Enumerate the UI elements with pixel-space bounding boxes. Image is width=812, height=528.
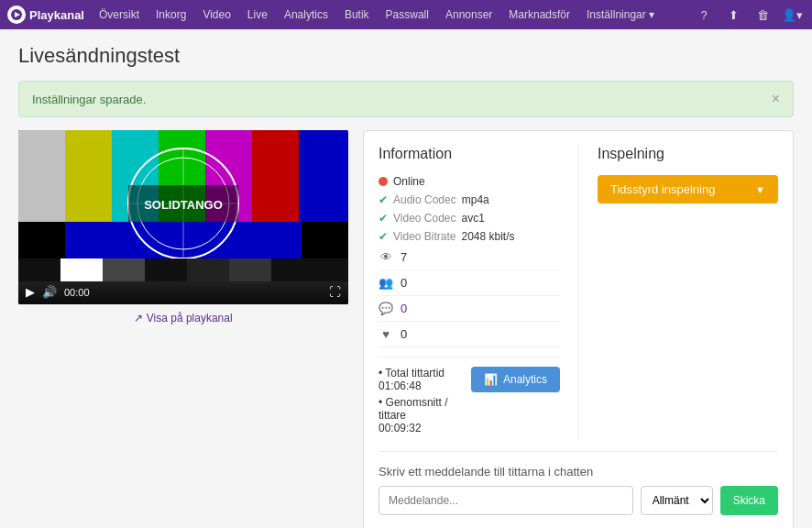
followers-count: 0 [401,276,407,290]
upload-icon[interactable]: ⬆ [720,2,746,28]
viewers-row: 👁 7 [379,250,560,270]
logo-icon [7,6,26,24]
video-player: SOLIDTANGO ▶ 🔊 00:00 ⛶ [18,130,348,304]
svg-rect-23 [103,258,145,281]
nav-item-passwall[interactable]: Passwall [379,0,436,29]
brand-name: Playkanal [29,8,84,22]
video-codec-label: Video Codec [393,212,456,225]
svg-rect-9 [299,130,348,222]
view-on-playkanal-link[interactable]: ↗ Visa på playkanal [134,312,232,324]
analytics-button[interactable]: 📊 Analytics [471,367,560,392]
svg-rect-3 [18,130,65,222]
page-content: Livesändningstest Inställningar sparade.… [0,29,812,528]
comments-link[interactable]: 0 [401,302,407,315]
fullscreen-button[interactable]: ⛶ [329,285,341,299]
recording-dropdown-arrow: ▼ [755,184,765,195]
info-column: Information Online ✔ Audio Codec mp4a ✔ … [363,130,794,528]
volume-button[interactable]: 🔊 [42,285,57,299]
nav-item-installningar[interactable]: Inställningar ▾ [579,0,662,29]
nav-item-marknadsfr[interactable]: Marknadsför [501,0,577,29]
chat-message-input[interactable] [379,486,633,515]
followers-icon: 👥 [379,276,393,290]
success-alert: Inställningar sparade. × [18,81,794,117]
video-codec-row: ✔ Video Codec avc1 [379,212,560,225]
total-watch-value: 01:06:48 [379,380,422,392]
chart-icon: 📊 [484,373,498,386]
online-status-label: Online [393,175,425,188]
main-grid: SOLIDTANGO ▶ 🔊 00:00 ⛶ [18,130,794,528]
svg-rect-4 [65,130,112,222]
information-section: Information Online ✔ Audio Codec mp4a ✔ … [379,146,578,438]
svg-text:SOLIDTANGO: SOLIDTANGO [144,198,223,212]
bitrate-label: Video Bitrate [393,230,456,243]
svg-rect-24 [145,258,187,281]
information-title: Information [379,146,560,162]
audio-codec-check-icon: ✔ [379,193,388,206]
help-icon[interactable]: ? [691,2,717,28]
external-link-icon: ↗ [134,312,146,324]
nav-item-oversikt[interactable]: Översikt [92,0,147,29]
chevron-down-icon: ▾ [649,8,654,21]
user-menu-icon[interactable]: 👤▾ [779,2,805,28]
svg-rect-26 [229,258,271,281]
video-time: 00:00 [64,287,90,298]
info-grid: Information Online ✔ Audio Codec mp4a ✔ … [379,146,778,438]
likes-row: ♥ 0 [379,327,560,347]
video-codec-check-icon: ✔ [379,212,388,225]
nav-item-analytics[interactable]: Analytics [277,0,335,29]
bitrate-value: 2048 kbit/s [462,230,515,243]
brand-logo[interactable]: Playkanal [7,6,84,24]
total-watch-label: Total tittartid [385,367,444,380]
svg-rect-8 [252,130,299,222]
svg-rect-25 [187,258,229,281]
recording-title: Inspelning [598,146,778,162]
svg-rect-13 [302,222,348,258]
page-title: Livesändningstest [18,44,794,68]
video-column: SOLIDTANGO ▶ 🔊 00:00 ⛶ [18,130,348,528]
totals-text: • Total tittartid 01:06:48 • Genomsnitt … [379,367,456,438]
nav-item-annonser[interactable]: Annonser [438,0,499,29]
viewers-count: 7 [401,250,407,264]
svg-rect-22 [60,258,103,281]
chat-row: Allmänt Privat Skicka [379,486,778,515]
nav-item-video[interactable]: Video [195,0,237,29]
nav-item-butik[interactable]: Butik [337,0,377,29]
timed-recording-button[interactable]: Tidsstyrd inspelning ▼ [598,175,778,204]
comments-icon: 💬 [379,302,393,315]
total-watch-line: • Total tittartid 01:06:48 [379,367,456,392]
top-navigation: Playkanal Översikt Inkorg Video Live Ana… [0,0,812,29]
recording-section: Inspelning Tidsstyrd inspelning ▼ [578,146,778,438]
followers-row: 👥 0 [379,276,560,296]
video-controls: ▶ 🔊 00:00 ⛶ [18,280,348,304]
bitrate-check-icon: ✔ [379,230,388,243]
avg-watch-line: • Genomsnitt / tittare 00:09:32 [379,396,456,434]
chat-target-select[interactable]: Allmänt Privat [641,486,713,515]
chat-section: Skriv ett meddelande till tittarna i cha… [379,451,778,515]
svg-rect-11 [18,222,65,258]
nav-item-live[interactable]: Live [240,0,275,29]
comments-row: 💬 0 [379,302,560,322]
eye-icon: 👁 [379,250,393,264]
bitrate-row: ✔ Video Bitrate 2048 kbit/s [379,230,560,243]
video-link-container: ↗ Visa på playkanal [18,312,348,324]
svg-rect-27 [271,258,348,281]
alert-message: Inställningar sparade. [32,93,146,106]
audio-codec-row: ✔ Audio Codec mp4a [379,193,560,206]
alert-close-button[interactable]: × [772,91,780,107]
totals-row: • Total tittartid 01:06:48 • Genomsnitt … [379,357,560,438]
chat-send-button[interactable]: Skicka [720,486,778,515]
svg-rect-21 [18,258,60,281]
video-codec-value: avc1 [462,212,485,225]
audio-codec-value: mp4a [462,193,489,206]
nav-item-inkorg[interactable]: Inkorg [148,0,193,29]
heart-icon: ♥ [379,327,393,341]
trash-icon[interactable]: 🗑 [750,2,775,28]
avg-watch-label: Genomsnitt / tittare [379,396,448,422]
chat-label: Skriv ett meddelande till tittarna i cha… [379,465,778,478]
audio-codec-label: Audio Codec [393,193,456,206]
test-card: SOLIDTANGO [18,130,348,304]
play-button[interactable]: ▶ [26,285,35,299]
online-dot [379,177,388,186]
likes-count: 0 [401,327,407,341]
online-status-row: Online [379,175,560,188]
